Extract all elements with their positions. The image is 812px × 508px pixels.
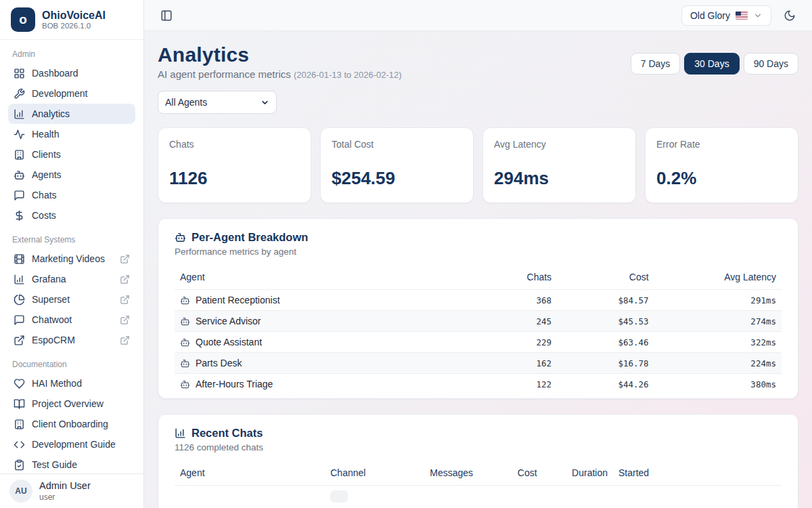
table-row-patient-receptionist[interactable]: Patient Receptionist368$84.57291ms [175,290,782,311]
sidebar: o OhioVoiceAI BOB 2026.1.0 AdminDashboar… [0,0,144,508]
latency-value: 322ms [654,332,782,353]
building-icon [14,419,25,430]
sidebar-toggle-button[interactable] [158,7,175,24]
sidebar-item-marketing-videos[interactable]: Marketing Videos [8,249,135,269]
sidebar-item-dashboard[interactable]: Dashboard [8,63,135,83]
heart-icon [14,378,25,389]
column-header-messages: Messages [424,461,512,486]
nav-section-label-external-systems: External Systems [12,235,131,245]
sidebar-item-chats[interactable]: Chats [8,185,135,205]
stat-card-total-cost: Total Cost$254.59 [320,127,474,203]
bar-chart-icon [14,274,25,285]
sidebar-item-test-guide[interactable]: Test Guide [8,454,135,473]
table-row[interactable] [175,486,782,508]
user-name: Admin User [39,480,91,492]
sidebar-item-superset[interactable]: Superset [8,289,135,310]
stat-label: Error Rate [656,139,787,150]
user-role: user [39,492,91,502]
activity-icon [14,129,25,140]
message-icon [14,314,25,326]
per-agent-table: AgentChatsCostAvg Latency Patient Recept… [175,265,782,394]
chats-value: 122 [460,374,558,395]
sidebar-item-label: HAI Method [32,378,130,389]
bot-icon [180,295,190,305]
brand: o OhioVoiceAI BOB 2026.1.0 [0,0,143,40]
recent-chats-title: Recent Chats [191,427,263,440]
user-box[interactable]: AU Admin User user [0,473,143,508]
stat-value: $254.59 [332,168,462,189]
table-row-parts-desk[interactable]: Parts Desk162$16.78224ms [175,353,782,374]
table-header-row: AgentChannelMessagesCostDurationStarted [175,461,782,486]
brand-name: OhioVoiceAI [42,9,106,22]
stat-card-error-rate: Error Rate0.2% [645,127,798,203]
chats-value: 229 [460,332,558,353]
stat-label: Avg Latency [494,139,625,150]
stat-value: 294ms [494,168,625,189]
sidebar-item-label: Test Guide [32,459,130,470]
stat-label: Chats [169,139,300,150]
brand-logo: o [11,7,35,32]
sidebar-item-clients[interactable]: Clients [8,144,135,165]
per-agent-card: Per-Agent Breakdown Performance metrics … [158,218,798,399]
column-header-cost: Cost [512,461,566,486]
time-range-group: 7 Days30 Days90 Days [631,53,798,75]
sidebar-item-label: Chats [32,190,130,200]
sidebar-item-chatwoot[interactable]: Chatwoot [8,310,135,330]
page-title: Analytics [158,43,402,66]
external-link-icon [120,315,130,325]
cost-value: $44.26 [557,374,654,395]
dollar-icon [14,210,25,221]
range-button-7-days[interactable]: 7 Days [631,53,681,75]
sidebar-item-grafana[interactable]: Grafana [8,269,135,289]
chats-value: 368 [460,290,558,311]
table-row-service-advisor[interactable]: Service Advisor245$45.53274ms [175,311,782,332]
cost-value: $63.46 [557,332,654,353]
sidebar-item-project-overview[interactable]: Project Overview [8,394,135,414]
sidebar-item-espocrm[interactable]: EspoCRM [8,330,135,350]
agent-name: Patient Receptionist [196,295,280,305]
sidebar-item-analytics[interactable]: Analytics [8,104,135,124]
sidebar-item-label: Superset [32,294,113,305]
sidebar-item-client-onboarding[interactable]: Client Onboarding [8,414,135,434]
range-button-30-days[interactable]: 30 Days [684,53,739,75]
external-link-icon [14,335,25,346]
chevron-down-icon [753,11,763,20]
panel-left-icon [160,9,173,22]
sidebar-item-agents[interactable]: Agents [8,165,135,185]
book-open-icon [14,398,25,410]
column-header-cost: Cost [557,265,654,290]
external-link-icon [120,254,130,264]
latency-value: 274ms [654,311,782,332]
sidebar-item-health[interactable]: Health [8,124,135,144]
agent-name: Service Advisor [196,316,261,326]
nav-section-label-admin: Admin [12,49,131,59]
per-agent-title: Per-Agent Breakdown [191,231,308,244]
table-row-after-hours-triage[interactable]: After-Hours Triage122$44.26380ms [175,374,782,395]
range-button-90-days[interactable]: 90 Days [744,53,798,75]
sidebar-item-development[interactable]: Development [8,83,135,104]
brand-version: BOB 2026.1.0 [42,22,106,30]
latency-value: 224ms [654,353,782,374]
channel-cell [325,486,424,508]
building-icon [14,149,25,161]
theme-toggle-button[interactable] [781,7,798,24]
column-header-avg-latency: Avg Latency [654,265,782,290]
sidebar-item-label: Marketing Videos [32,253,113,264]
sidebar-item-hai-method[interactable]: HAI Method [8,373,135,394]
cost-value: $45.53 [557,311,654,332]
client-selector-button[interactable]: Old Glory [681,5,771,26]
recent-chats-subtitle: 1126 completed chats [175,442,782,452]
table-row-quote-assistant[interactable]: Quote Assistant229$63.46322ms [175,332,782,353]
column-header-agent: Agent [175,265,460,290]
moon-icon [784,9,796,22]
sidebar-item-development-guide[interactable]: Development Guide [8,434,135,454]
sidebar-item-label: Costs [32,210,130,221]
chats-value: 162 [460,353,558,374]
recent-chats-table: AgentChannelMessagesCostDurationStarted [175,461,782,508]
sidebar-item-costs[interactable]: Costs [8,205,135,226]
agent-filter-select[interactable]: All Agents [158,91,277,114]
bot-icon [180,316,190,326]
column-header-started: Started [613,461,782,486]
topbar: Old Glory [144,0,812,31]
stat-card-chats: Chats1126 [158,127,311,203]
